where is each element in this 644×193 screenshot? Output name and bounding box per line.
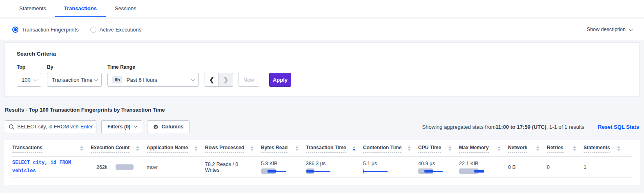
cell-value: 0 B [508,164,539,170]
column-header-execution_count[interactable]: Execution Count [91,145,147,153]
sort-icon[interactable] [250,145,254,151]
columns-button[interactable]: ⚙ Columns [147,120,189,133]
cell-transaction_time: 386.3 µs [306,157,363,177]
results-controls-row: Enter Filters (0) ⚙ Columns Showing aggr… [5,119,639,134]
now-button[interactable]: Now [238,73,259,87]
cell-cpu_time: 40.9 µs [418,157,459,177]
cell-value: 262k [96,164,107,170]
sort-icon[interactable] [573,145,576,151]
column-label: Max Memory [459,145,489,153]
chevron-down-icon [134,124,137,128]
tab-transactions[interactable]: Transactions [55,0,106,17]
by-select[interactable]: Transaction Time [47,73,102,87]
view-toggle-band: Transaction Fingerprints Active Executio… [0,19,644,40]
column-header-rows_processed[interactable]: Rows Processed [205,145,261,153]
column-header-contention_time[interactable]: Contention Time [363,145,418,153]
column-header-transaction_time[interactable]: Transaction Time [306,145,363,153]
top-label: Top [17,64,41,70]
column-label: Network [508,145,527,153]
sort-icon[interactable] [448,145,452,151]
gear-icon: ⚙ [153,124,158,130]
tab-sessions[interactable]: Sessions [106,0,145,17]
chevron-down-icon [33,77,38,81]
time-range-label: Time Range [107,64,199,70]
search-criteria-title: Search Criteria [17,51,627,57]
filters-button[interactable]: Filters (0) [101,120,142,133]
top-select[interactable]: 100 [17,73,41,87]
cell-value: 78.2 Reads / 0 Writes [205,162,254,173]
column-header-retries[interactable]: Retries [547,145,584,153]
sort-icon[interactable] [80,145,83,151]
sort-icon[interactable] [136,145,139,151]
radio-active-executions[interactable]: Active Executions [90,27,142,33]
cell-value: 1 [584,164,620,170]
chevron-down-icon [94,77,98,81]
sort-icon[interactable] [497,145,501,151]
column-label: CPU Time [418,145,441,153]
filters-label: Filters (0) [107,124,130,130]
cell-value: 0 [547,164,576,170]
column-label: Transactions [12,145,42,153]
tab-statements[interactable]: Statements [10,0,55,17]
count-bar [116,164,134,170]
radio-label: Transaction Fingerprints [22,27,79,33]
metric-bar-chart [363,168,392,174]
show-description-toggle[interactable]: Show description [587,27,632,32]
cell-bytes_read: 5.8 KiB [261,157,306,177]
search-input[interactable] [17,124,79,130]
transaction-fingerprint-link[interactable]: SELECT city, id FROM vehicles [12,159,74,175]
metric-bar-chart [418,168,447,174]
column-label: Retries [547,145,564,153]
sql-search-box[interactable]: Enter [5,120,96,133]
chevron-down-icon [191,77,195,81]
results-table-card: TransactionsExecution CountApplication N… [4,140,640,185]
column-label: Statements [584,145,610,153]
time-range-next-button[interactable]: ❯ [219,73,233,87]
cell-contention_time: 5.1 µs [363,157,418,177]
search-criteria-card: Search Criteria Top 100 By Transaction T… [4,42,640,97]
search-icon [9,124,14,130]
column-header-statements[interactable]: Statements [584,145,628,153]
reset-sql-stats-link[interactable]: Reset SQL Stats [598,124,639,130]
cell-statements: 1 [584,157,628,177]
sort-icon[interactable] [408,145,411,151]
columns-label: Columns [162,124,183,130]
stats-suffix: , 1-1 of 1 results [546,124,584,130]
radio-selected-icon[interactable] [12,27,18,33]
column-header-network[interactable]: Network [508,145,547,153]
radio-label: Active Executions [100,27,142,33]
column-header-bytes_read[interactable]: Bytes Read [261,145,306,153]
column-label: Transaction Time [306,145,346,153]
radio-unselected-icon[interactable] [90,27,96,33]
sort-icon[interactable] [617,145,620,151]
cell-execution_count: 262k [91,157,147,177]
cell-value: 5.1 µs [363,161,411,166]
by-label: By [47,64,102,70]
top-select-value: 100 [22,77,31,83]
stats-prefix: Showing aggregated stats from [422,124,496,130]
show-description-label: Show description [587,27,626,32]
sort-icon[interactable] [536,145,539,151]
metric-bar-chart [261,168,290,174]
radio-transaction-fingerprints[interactable]: Transaction Fingerprints [12,27,79,33]
enter-hint: Enter [80,124,93,130]
column-header-max_memory[interactable]: Max Memory [459,145,508,153]
time-range-select[interactable]: 6h Past 6 Hours [107,73,199,87]
sort-icon[interactable] [194,145,198,151]
aggregated-stats-text: Showing aggregated stats from 11:00 to 1… [422,124,584,130]
column-label: Execution Count [91,145,129,153]
table-row: SELECT city, id FROM vehicles262kmovr78.… [12,157,632,178]
column-header-cpu_time[interactable]: CPU Time [418,145,459,153]
time-range-prev-button[interactable]: ❮ [205,73,219,87]
column-header-transactions[interactable]: Transactions [12,145,91,153]
cell-value: movr [147,164,198,170]
sort-icon[interactable] [352,145,356,151]
column-label: Application Name [147,145,188,153]
cell-value: 5.8 KiB [261,161,299,166]
sort-icon[interactable] [295,145,299,151]
metric-bar-chart [306,168,334,174]
column-header-application_name[interactable]: Application Name [147,145,205,153]
apply-button[interactable]: Apply [269,73,291,87]
cell-retries: 0 [547,157,584,177]
cell-value: 22.1 KiB [459,161,501,166]
